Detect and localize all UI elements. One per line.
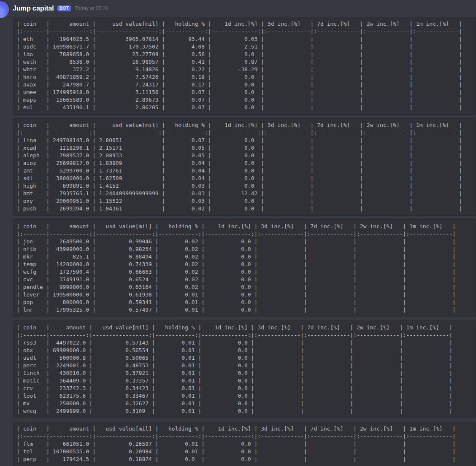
- holdings-table-2: | coin | amount | usd value[mil] | holdi…: [13, 118, 476, 216]
- holdings-table-3: | coin | amount | usd value[mil] | holdi…: [13, 219, 476, 317]
- bot-badge: BOT: [57, 5, 71, 11]
- bot-avatar[interactable]: [0, 1, 9, 18]
- chat-area: Jump capital BOT Today at 05:26 | coin |…: [0, 0, 476, 466]
- holdings-table-5: | coin | amount | usd value[mil] | holdi…: [13, 422, 476, 466]
- holdings-tables-container: | coin | amount | usd value[mil] | holdi…: [13, 17, 476, 466]
- holdings-table-1: | coin | amount | usd value[mil] | holdi…: [13, 17, 476, 115]
- message-header: Jump capital BOT Today at 05:26: [13, 3, 476, 13]
- message-timestamp: Today at 05:26: [75, 5, 108, 11]
- bot-message: Jump capital BOT Today at 05:26 | coin |…: [13, 3, 476, 466]
- holdings-table-4: | coin | amount | usd value[mil] | holdi…: [13, 321, 476, 418]
- bot-username[interactable]: Jump capital: [13, 5, 54, 12]
